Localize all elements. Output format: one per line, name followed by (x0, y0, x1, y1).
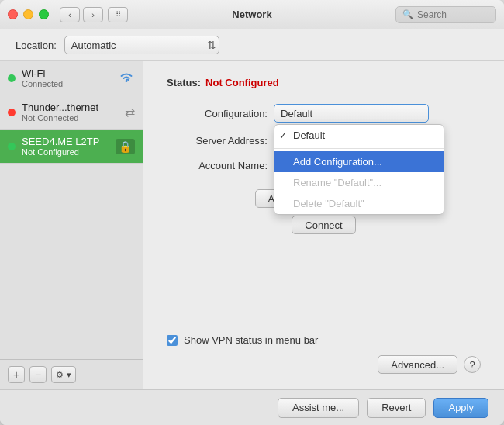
connect-button-row: Connect (167, 216, 481, 234)
wifi-name: Wi-Fi (22, 67, 112, 79)
config-label: Configuration: (167, 108, 268, 119)
dropdown-item-rename[interactable]: Rename "Default"... (274, 172, 444, 193)
bottom-bar: Assist me... Revert Apply (0, 389, 504, 425)
add-network-button[interactable]: + (8, 366, 25, 383)
window: ‹ › ⠿ Network 🔍 Location: Automatic ⇅ Wi… (0, 0, 504, 425)
status-row: Status: Not Configured (167, 77, 481, 88)
config-select[interactable]: Default (274, 104, 429, 123)
network-item-wifi[interactable]: Wi-Fi Connected (0, 61, 143, 95)
maximize-button[interactable] (39, 9, 49, 19)
search-input[interactable] (417, 9, 487, 20)
search-box: 🔍 (395, 6, 496, 23)
location-bar: Location: Automatic ⇅ (0, 29, 504, 61)
search-icon: 🔍 (402, 9, 413, 19)
dropdown-divider (274, 148, 444, 149)
vpn-name: SEED4.ME L2TP (22, 136, 109, 147)
location-select[interactable]: Automatic (64, 36, 219, 54)
advanced-button[interactable]: Advanced... (378, 355, 457, 374)
ethernet-icon: ⇄ (125, 105, 135, 119)
wifi-info: Wi-Fi Connected (22, 67, 112, 88)
ethernet-status: Not Connected (22, 113, 119, 123)
vpn-status-dot (8, 143, 16, 150)
ethernet-status-dot (8, 109, 16, 116)
advanced-row: Advanced... ? (167, 355, 481, 374)
server-address-label: Server Address: (167, 135, 268, 147)
titlebar: ‹ › ⠿ Network 🔍 (0, 0, 504, 29)
forward-button[interactable]: › (83, 7, 103, 22)
sidebar-bottom: + − ⚙ ▾ (0, 359, 143, 389)
wifi-icon (118, 71, 135, 86)
show-vpn-checkbox[interactable] (167, 335, 178, 346)
window-title: Network (232, 9, 271, 20)
location-label: Location: (16, 40, 57, 51)
status-label: Status: (167, 77, 201, 88)
wifi-status-dot (8, 74, 16, 82)
vpn-info: SEED4.ME L2TP Not Configured (22, 136, 109, 157)
main-content: Wi-Fi Connected Thunder...thernet (0, 61, 504, 389)
right-panel: Status: Not Configured Configuration: De… (143, 61, 504, 389)
apply-button[interactable]: Apply (433, 398, 488, 418)
dropdown-item-delete[interactable]: Delete "Default" (274, 193, 444, 214)
wifi-status: Connected (22, 79, 112, 88)
network-item-ethernet[interactable]: Thunder...thernet Not Connected ⇄ (0, 95, 143, 130)
network-item-vpn[interactable]: SEED4.ME L2TP Not Configured 🔒 (0, 130, 143, 164)
right-panel-bottom: Show VPN status in menu bar Advanced... … (167, 334, 481, 374)
config-row: Configuration: Default Default Add Confi… (167, 104, 481, 123)
svg-point-0 (126, 80, 128, 82)
remove-network-button[interactable]: − (29, 366, 47, 383)
dropdown-item-default[interactable]: Default (274, 125, 444, 146)
traffic-lights (8, 9, 49, 19)
ethernet-name: Thunder...thernet (22, 102, 119, 113)
connect-button[interactable]: Connect (292, 216, 355, 234)
vpn-lock-icon: 🔒 (116, 139, 135, 154)
minimize-button[interactable] (23, 9, 33, 19)
grid-button[interactable]: ⠿ (108, 7, 128, 22)
revert-button[interactable]: Revert (367, 398, 426, 418)
config-dropdown: Default Add Configuration... Rename "Def… (274, 124, 444, 215)
dropdown-item-add[interactable]: Add Configuration... (274, 151, 444, 172)
back-button[interactable]: ‹ (60, 7, 80, 22)
gear-button[interactable]: ⚙ ▾ (51, 366, 76, 383)
vpn-status: Not Configured (22, 147, 109, 157)
sidebar: Wi-Fi Connected Thunder...thernet (0, 61, 143, 389)
location-select-wrapper: Automatic ⇅ (64, 36, 219, 54)
status-value: Not Configured (205, 77, 279, 88)
show-vpn-label: Show VPN status in menu bar (184, 334, 318, 346)
show-vpn-row: Show VPN status in menu bar (167, 334, 481, 346)
nav-buttons: ‹ › (60, 7, 103, 22)
ethernet-info: Thunder...thernet Not Connected (22, 102, 119, 123)
help-button[interactable]: ? (464, 356, 481, 373)
account-name-label: Account Name: (167, 160, 268, 171)
close-button[interactable] (8, 9, 18, 19)
assist-me-button[interactable]: Assist me... (278, 398, 359, 418)
